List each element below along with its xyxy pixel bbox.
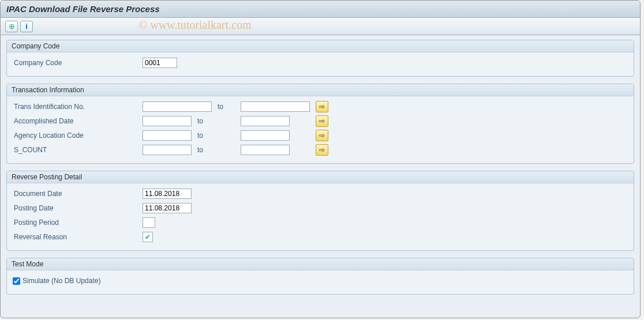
input-doc-date[interactable] bbox=[143, 189, 192, 199]
toolbar: ⊕ i bbox=[1, 18, 640, 35]
input-s-count-from[interactable] bbox=[143, 145, 192, 155]
input-s-count-to[interactable] bbox=[241, 145, 290, 155]
page-title: IPAC Download File Reverse Process bbox=[6, 4, 160, 14]
label-post-date: Posting Date bbox=[13, 204, 143, 212]
multi-select-agency[interactable]: ⇨ bbox=[316, 130, 328, 141]
label-agency: Agency Location Code bbox=[13, 131, 143, 140]
input-post-date[interactable] bbox=[143, 203, 192, 213]
multi-select-acc-date[interactable]: ⇨ bbox=[316, 115, 328, 127]
label-posting-period: Posting Period bbox=[13, 219, 143, 227]
label-company-code: Company Code bbox=[13, 59, 143, 67]
title-bar: IPAC Download File Reverse Process bbox=[1, 1, 640, 18]
multi-select-s-count[interactable]: ⇨ bbox=[316, 144, 328, 156]
multi-select-trans-id[interactable]: ⇨ bbox=[316, 101, 328, 112]
execute-button[interactable]: ⊕ bbox=[5, 21, 18, 32]
label-to-s-count: to bbox=[192, 146, 241, 154]
execute-icon: ⊕ bbox=[9, 22, 15, 31]
arrow-right-icon: ⇨ bbox=[319, 146, 325, 154]
info-icon: i bbox=[25, 22, 28, 31]
label-acc-date: Accomplished Date bbox=[13, 117, 143, 125]
group-header-test: Test Mode bbox=[7, 258, 634, 270]
input-trans-id-to[interactable] bbox=[241, 101, 310, 112]
group-transaction-info: Transaction Information Trans Identifica… bbox=[6, 84, 634, 164]
check-icon: ✔ bbox=[145, 233, 151, 241]
input-agency-to[interactable] bbox=[241, 130, 290, 141]
arrow-right-icon: ⇨ bbox=[319, 131, 325, 140]
label-reversal-reason: Reversal Reason bbox=[13, 233, 143, 241]
label-doc-date: Document Date bbox=[13, 190, 143, 198]
info-button[interactable]: i bbox=[20, 21, 33, 32]
group-test-mode: Test Mode Simulate (No DB Update) bbox=[6, 258, 634, 295]
label-to-acc-date: to bbox=[192, 117, 241, 125]
label-simulate: Simulate (No DB Update) bbox=[23, 277, 100, 285]
label-to-trans-id: to bbox=[212, 103, 241, 111]
group-company-code: Company Code Company Code bbox=[6, 40, 634, 77]
input-reversal-reason[interactable]: ✔ bbox=[143, 232, 153, 242]
input-trans-id-from[interactable] bbox=[143, 101, 212, 112]
group-header-company: Company Code bbox=[7, 40, 634, 52]
input-posting-period[interactable] bbox=[143, 217, 155, 228]
label-s-count: S_COUNT bbox=[13, 146, 143, 154]
group-header-reverse: Reverse Posting Detail bbox=[7, 171, 634, 183]
input-acc-date-to[interactable] bbox=[241, 116, 290, 126]
group-header-trans: Transaction Information bbox=[7, 84, 634, 96]
input-agency-from[interactable] bbox=[143, 130, 192, 141]
group-reverse-posting: Reverse Posting Detail Document Date Pos… bbox=[6, 171, 634, 251]
input-acc-date-from[interactable] bbox=[143, 116, 192, 126]
arrow-right-icon: ⇨ bbox=[319, 103, 325, 111]
label-trans-id: Trans Identification No. bbox=[13, 103, 143, 111]
label-to-agency: to bbox=[192, 131, 241, 140]
input-company-code[interactable] bbox=[143, 58, 177, 68]
checkbox-simulate[interactable] bbox=[13, 277, 20, 285]
arrow-right-icon: ⇨ bbox=[319, 117, 325, 125]
